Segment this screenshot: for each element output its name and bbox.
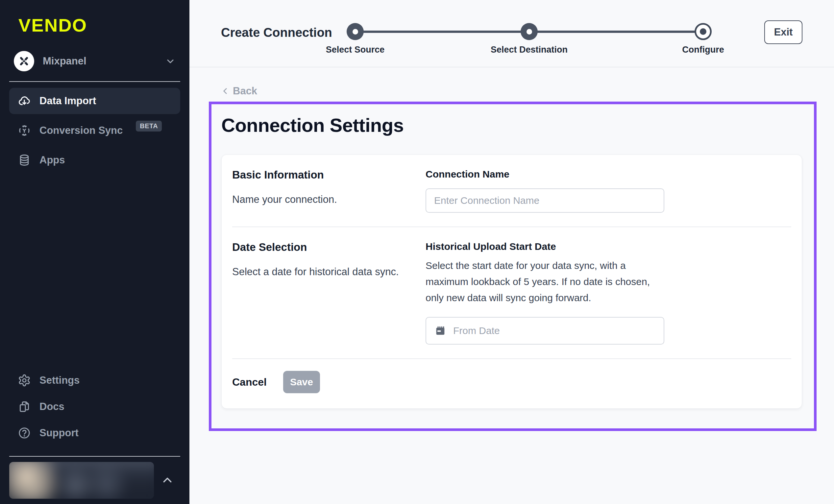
sidebar-nav: Data Import Conversion Sync BETA <box>9 88 180 173</box>
start-date-description: Select the start date for your data sync… <box>425 258 656 306</box>
sidebar-item-label: Data Import <box>40 95 96 107</box>
basic-info-left: Basic Information Name your connection. <box>232 169 425 213</box>
sidebar-item-label: Docs <box>40 401 64 413</box>
wizard-stepper: Select Source Select Destination Configu… <box>347 23 712 40</box>
form-actions: Cancel Save <box>232 359 791 408</box>
basic-info-title: Basic Information <box>232 169 425 181</box>
connection-name-input[interactable] <box>425 189 664 213</box>
docs-icon <box>18 400 31 413</box>
step-select-destination: Select Destination <box>521 23 538 40</box>
basic-information-row: Basic Information Name your connection. … <box>232 155 791 227</box>
step-dot <box>347 23 364 40</box>
from-date-input[interactable] <box>425 317 664 345</box>
date-selection-row: Date Selection Select a date for histori… <box>232 227 791 359</box>
chevron-down-icon <box>165 56 176 66</box>
workspace-switcher[interactable]: Mixpanel <box>9 51 180 71</box>
step-label: Select Source <box>326 45 385 55</box>
step-dot <box>521 23 538 40</box>
section-title: Connection Settings <box>221 114 802 136</box>
sidebar-item-conversion-sync[interactable]: Conversion Sync BETA <box>9 117 180 144</box>
step-configure: Configure <box>695 23 712 40</box>
user-blur-content <box>9 462 154 499</box>
wizard-header: Create Connection Select Source Select D… <box>190 0 834 67</box>
step-connector <box>537 30 695 33</box>
settings-card: Basic Information Name your connection. … <box>221 155 802 409</box>
from-date-field <box>425 317 664 345</box>
sidebar-item-label: Support <box>40 427 79 439</box>
start-date-label: Historical Upload Start Date <box>425 241 791 252</box>
basic-info-right: Connection Name <box>425 169 791 213</box>
sidebar-item-support[interactable]: Support <box>9 420 180 446</box>
chevron-up-icon[interactable] <box>160 474 174 487</box>
cancel-button[interactable]: Cancel <box>232 376 267 388</box>
basic-info-subtitle: Name your connection. <box>232 194 425 205</box>
step-label: Select Destination <box>491 45 568 55</box>
sidebar-divider-top <box>9 81 180 82</box>
back-label: Back <box>233 85 257 97</box>
sidebar-item-docs[interactable]: Docs <box>9 394 180 420</box>
sidebar-item-settings[interactable]: Settings <box>9 367 180 394</box>
step-connector <box>363 30 521 33</box>
back-link[interactable]: Back <box>221 85 257 97</box>
chevron-left-icon <box>221 87 229 95</box>
sidebar-item-data-import[interactable]: Data Import <box>9 88 180 114</box>
wizard-title: Create Connection <box>221 26 332 40</box>
beta-badge: BETA <box>136 120 162 132</box>
mixpanel-logo-icon <box>14 51 34 71</box>
sidebar-divider-bottom <box>9 456 180 457</box>
connection-settings-section: Connection Settings Basic Information Na… <box>209 102 817 431</box>
help-circle-icon <box>18 426 31 440</box>
sidebar-item-label: Apps <box>40 154 65 166</box>
conversion-sync-icon <box>18 124 31 137</box>
cloud-download-icon <box>18 94 31 108</box>
sidebar-item-apps[interactable]: Apps <box>9 147 180 173</box>
save-button[interactable]: Save <box>283 371 320 393</box>
workspace-name: Mixpanel <box>43 55 87 67</box>
gear-icon <box>18 374 31 387</box>
vendo-logo: VENDO <box>18 15 180 36</box>
step-select-source: Select Source <box>347 23 364 40</box>
main-area: Create Connection Select Source Select D… <box>190 0 834 504</box>
user-menu[interactable] <box>9 462 180 499</box>
date-selection-title: Date Selection <box>232 241 425 254</box>
sidebar-item-label: Conversion Sync <box>40 125 123 136</box>
step-dot <box>695 23 712 40</box>
date-selection-left: Date Selection Select a date for histori… <box>232 241 425 345</box>
user-avatar-blurred <box>9 462 154 499</box>
sidebar-item-label: Settings <box>40 374 80 386</box>
date-selection-right: Historical Upload Start Date Select the … <box>425 241 791 345</box>
connection-name-label: Connection Name <box>425 169 791 180</box>
step-label: Configure <box>682 45 724 55</box>
date-selection-subtitle: Select a date for historical data sync. <box>232 266 425 278</box>
sidebar: VENDO Mixpanel Data Import <box>0 0 190 504</box>
database-icon <box>18 154 31 167</box>
sidebar-footer-nav: Settings Docs Support <box>9 367 180 446</box>
exit-button[interactable]: Exit <box>764 20 803 44</box>
